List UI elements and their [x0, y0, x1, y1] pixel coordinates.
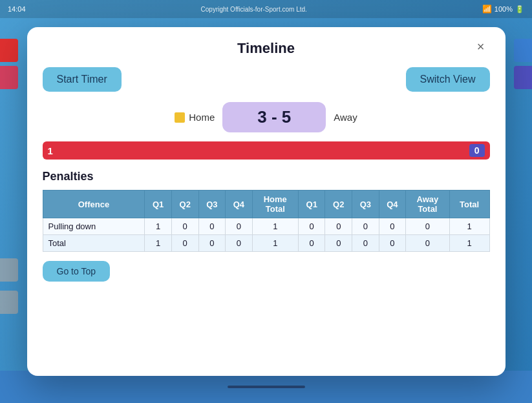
- score-area: Home 3 - 5 Away: [43, 102, 490, 132]
- table-cell: 0: [198, 235, 226, 252]
- home-label-text: Home: [189, 112, 215, 123]
- col-away-q3: Q3: [352, 191, 379, 218]
- col-away-q2: Q2: [325, 191, 352, 218]
- modal-title: Timeline: [237, 40, 295, 57]
- side-btn-pink[interactable]: [0, 66, 18, 89]
- table-cell: 1: [449, 218, 489, 235]
- go-to-top-container: Go to Top: [43, 252, 490, 282]
- table-cell: 1: [145, 235, 172, 252]
- table-cell: 0: [298, 235, 325, 252]
- modal-actions: Start Timer Switch View: [43, 67, 490, 92]
- table-cell: 0: [171, 218, 198, 235]
- home-team-label: Home: [175, 112, 215, 123]
- col-offence: Offence: [43, 191, 145, 218]
- progress-home-score: 1: [48, 145, 53, 156]
- away-label-text: Away: [334, 112, 357, 123]
- table-cell: 1: [145, 218, 172, 235]
- progress-away-score: 0: [469, 144, 485, 157]
- table-cell: 0: [352, 218, 379, 235]
- progress-bar: 1 0: [43, 141, 490, 160]
- side-btn-blue[interactable]: [514, 39, 532, 62]
- table-cell: 0: [406, 235, 449, 252]
- side-btn-purple[interactable]: [514, 66, 532, 89]
- status-bar: 14:04 Copyright Officials-for-Sport.com …: [0, 0, 532, 18]
- table-cell: 0: [198, 218, 226, 235]
- go-to-top-button[interactable]: Go to Top: [43, 261, 110, 282]
- side-btn-gray[interactable]: [0, 258, 18, 282]
- side-btn-gray2[interactable]: [0, 291, 18, 314]
- battery-icon: 🔋: [515, 5, 524, 14]
- col-home-q3: Q3: [198, 191, 226, 218]
- table-row: Pulling down10001000001: [43, 218, 489, 235]
- table-cell: 0: [352, 235, 379, 252]
- wifi-icon: 📶: [482, 5, 492, 14]
- away-team-label: Away: [334, 112, 357, 123]
- table-cell: Pulling down: [43, 218, 145, 235]
- battery-label: 100%: [495, 5, 513, 13]
- status-copyright: Copyright Officials-for-Sport.com Ltd.: [201, 6, 307, 13]
- col-away-q4: Q4: [379, 191, 406, 218]
- switch-view-button[interactable]: Switch View: [406, 67, 490, 92]
- col-total: Total: [449, 191, 489, 218]
- table-cell: 0: [226, 235, 253, 252]
- table-cell: 0: [325, 235, 352, 252]
- close-button[interactable]: ×: [472, 37, 490, 56]
- table-cell: 0: [379, 235, 406, 252]
- side-buttons-left: [0, 39, 18, 89]
- start-timer-button[interactable]: Start Timer: [43, 67, 122, 92]
- table-cell: 0: [406, 218, 449, 235]
- col-home-q2: Q2: [171, 191, 198, 218]
- status-right: 📶 100% 🔋: [482, 5, 524, 14]
- col-home-total: HomeTotal: [252, 191, 298, 218]
- side-buttons-right: [514, 39, 532, 89]
- table-cell: 0: [325, 218, 352, 235]
- penalties-table: Offence Q1 Q2 Q3 Q4 HomeTotal Q1 Q2 Q3 Q…: [43, 190, 490, 252]
- table-cell: 0: [171, 235, 198, 252]
- status-time: 14:04: [8, 5, 26, 13]
- table-cell: 1: [449, 235, 489, 252]
- table-cell: 1: [252, 235, 298, 252]
- table-cell: 0: [298, 218, 325, 235]
- modal-dialog: Timeline × Start Timer Switch View Home …: [27, 27, 505, 376]
- home-indicator: [228, 386, 305, 388]
- table-cell: 0: [226, 218, 253, 235]
- col-away-q1: Q1: [298, 191, 325, 218]
- table-row: Total10001000001: [43, 235, 489, 252]
- penalties-title: Penalties: [43, 170, 490, 183]
- table-body: Pulling down10001000001Total10001000001: [43, 218, 489, 252]
- col-away-total: AwayTotal: [406, 191, 449, 218]
- table-cell: Total: [43, 235, 145, 252]
- device-background: 14:04 Copyright Officials-for-Sport.com …: [0, 0, 532, 403]
- col-home-q1: Q1: [145, 191, 172, 218]
- modal-header: Timeline ×: [43, 40, 490, 57]
- table-cell: 0: [379, 218, 406, 235]
- side-btn-red[interactable]: [0, 39, 18, 62]
- home-color-icon: [175, 112, 185, 123]
- table-header-row: Offence Q1 Q2 Q3 Q4 HomeTotal Q1 Q2 Q3 Q…: [43, 191, 489, 218]
- table-cell: 1: [252, 218, 298, 235]
- score-display: 3 - 5: [222, 102, 326, 132]
- col-home-q4: Q4: [226, 191, 253, 218]
